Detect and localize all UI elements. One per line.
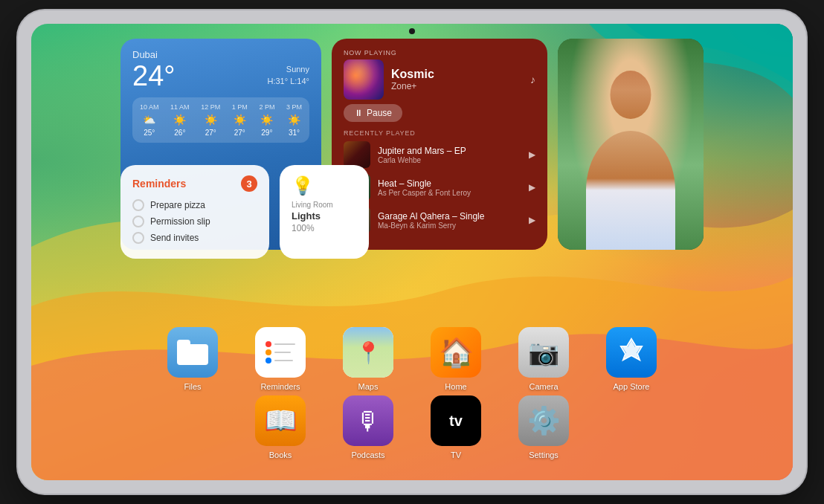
music-track-3[interactable]: Garage Al Qahera – Single Ma-Beyn & Kari… [344, 207, 535, 233]
weather-hour-1: 10 AM ⛅ 25° [140, 103, 159, 137]
weather-icon-2pm: ☀️ [260, 114, 273, 126]
play-icon-2: ▶ [529, 182, 535, 193]
app-books[interactable]: 📖 Books [255, 395, 306, 459]
books-icon: 📖 [255, 395, 306, 446]
front-camera [409, 28, 415, 34]
reminder-item-3[interactable]: Send invites [132, 232, 257, 244]
settings-label: Settings [529, 450, 559, 459]
apps-row-1: Files [31, 327, 793, 391]
play-icon-3: ▶ [529, 215, 535, 225]
light-name: Lights [292, 210, 357, 222]
settings-icon: ⚙️ [518, 395, 569, 446]
appstore-label: App Store [614, 382, 650, 391]
reminder-text-3: Send invites [150, 233, 199, 243]
home-label: Home [445, 382, 466, 391]
tv-label: TV [451, 450, 461, 459]
ipad-shell: Dubai 24° Sunny H:31° L:14° 10 AM ⛅ 25° [18, 10, 806, 494]
music-info: Kosmic Zone+ [391, 68, 523, 91]
track-info-2: Heat – Single As Per Casper & Font Leroy [378, 178, 521, 197]
weather-hour-4: 1 PM ☀️ 27° [232, 103, 248, 137]
app-home[interactable]: 🏠 Home [431, 327, 481, 391]
app-maps[interactable]: 📍 Maps [343, 327, 393, 391]
podcasts-label: Podcasts [351, 450, 384, 459]
track-info-3: Garage Al Qahera – Single Ma-Beyn & Kari… [378, 211, 521, 230]
maps-label: Maps [358, 382, 379, 391]
play-icon-1: ▶ [529, 149, 535, 160]
weather-hour-2: 11 AM ☀️ 26° [170, 103, 190, 137]
reminder-checkbox-1[interactable] [132, 199, 144, 211]
tv-symbol: tv [449, 413, 463, 429]
home-icon: 🏠 [431, 327, 481, 378]
files-icon-inner [177, 340, 208, 365]
weather-condition: Sunny H:31° L:14° [267, 64, 309, 87]
music-title: Kosmic [391, 68, 523, 81]
weather-icon-1pm: ☀️ [234, 114, 246, 126]
podcasts-icon: 🎙 [343, 395, 393, 446]
app-reminders[interactable]: Reminders [255, 327, 306, 391]
reminders-title: Reminders [132, 178, 186, 190]
lightbulb-icon: 💡 [292, 175, 357, 196]
gear-icon: ⚙️ [527, 405, 561, 436]
recently-played-label: RECENTLY PLAYED [344, 129, 535, 137]
tv-icon: tv [431, 395, 481, 446]
files-icon [167, 327, 218, 378]
track-thumbnail-1 [344, 141, 370, 168]
weather-hour-5: 2 PM ☀️ 29° [259, 103, 274, 137]
photo-widget [558, 39, 704, 250]
pause-icon: ⏸ [354, 108, 363, 118]
camera-label: Camera [529, 382, 558, 391]
reminder-checkbox-2[interactable] [132, 216, 144, 227]
music-artist: Zone+ [391, 81, 523, 91]
reminder-item-2[interactable]: Permission slip [132, 216, 257, 227]
weather-icon-10am: ⛅ [143, 114, 155, 126]
books-symbol: 📖 [264, 405, 297, 436]
album-art [344, 59, 384, 100]
weather-city: Dubai [132, 49, 309, 60]
appstore-symbol [617, 335, 646, 371]
weather-hour-6: 3 PM ☀️ 31° [286, 103, 302, 137]
maps-pin-icon: 📍 [355, 340, 382, 365]
light-room: Living Room [292, 201, 357, 209]
weather-forecast: 10 AM ⛅ 25° 11 AM ☀️ 26° 12 PM ☀️ 27° [132, 97, 309, 143]
weather-icon-11am: ☀️ [173, 114, 186, 126]
weather-icon-3pm: ☀️ [288, 114, 300, 126]
reminders-count: 3 [241, 175, 257, 192]
files-label: Files [184, 382, 201, 391]
camera-symbol: 📷 [528, 337, 559, 367]
app-settings[interactable]: ⚙️ Settings [518, 395, 569, 459]
reminder-text-1: Prepare pizza [150, 200, 205, 210]
pause-button[interactable]: ⏸ Pause [344, 104, 402, 122]
reminder-checkbox-3[interactable] [132, 232, 144, 244]
reminder-text-2: Permission slip [150, 216, 210, 227]
weather-temperature: 24° [132, 62, 175, 90]
appstore-icon [606, 327, 657, 378]
maps-icon-bg: 📍 [343, 327, 393, 378]
music-note-icon: ♪ [530, 74, 535, 85]
music-track-2[interactable]: Heat – Single As Per Casper & Font Leroy… [344, 174, 535, 201]
music-track-1[interactable]: Jupiter and Mars – EP Carla Wehbe ▶ [344, 141, 535, 168]
reminders-app-icon [255, 327, 306, 378]
now-playing-label: NOW PLAYING [344, 49, 535, 56]
reminder-item-1[interactable]: Prepare pizza [132, 199, 257, 211]
reminders-icon-inner [265, 341, 295, 364]
apps-row-2: 📖 Books 🎙 Podcasts tv TV [31, 395, 793, 459]
books-label: Books [269, 450, 292, 459]
app-podcasts[interactable]: 🎙 Podcasts [343, 395, 393, 459]
light-widget[interactable]: 💡 Living Room Lights 100% [280, 165, 369, 259]
weather-hour-3: 12 PM ☀️ 27° [201, 103, 220, 137]
ipad-screen: Dubai 24° Sunny H:31° L:14° 10 AM ⛅ 25° [31, 24, 793, 480]
weather-icon-12pm: ☀️ [205, 114, 217, 126]
reminders-app-label: Reminders [260, 382, 300, 391]
reminders-widget[interactable]: Reminders 3 Prepare pizza Permission sli… [120, 165, 269, 259]
house-icon: 🏠 [439, 336, 474, 369]
app-camera[interactable]: 📷 Camera [518, 327, 569, 391]
light-percent: 100% [292, 223, 357, 233]
widgets-row-2: Reminders 3 Prepare pizza Permission sli… [120, 165, 369, 259]
app-tv[interactable]: tv TV [431, 395, 481, 459]
reminders-header: Reminders 3 [132, 175, 257, 192]
photo-content [558, 39, 704, 250]
app-files[interactable]: Files [167, 327, 218, 391]
podcasts-symbol: 🎙 [355, 407, 381, 436]
app-appstore[interactable]: App Store [606, 327, 657, 391]
camera-icon: 📷 [518, 327, 569, 378]
